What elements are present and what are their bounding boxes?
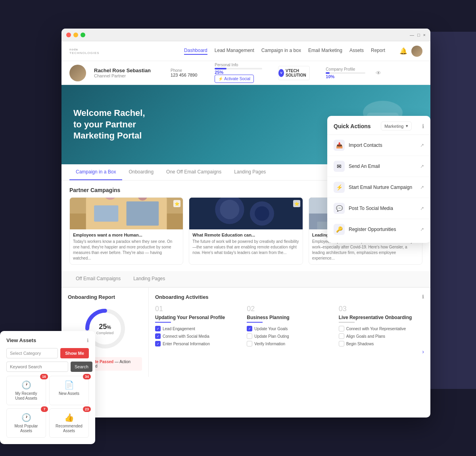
activity-col-1: 01 Updating Your Personal Profile ✓ Lead… bbox=[155, 305, 240, 355]
nav-link-email-marketing[interactable]: Email Marketing bbox=[308, 48, 342, 55]
check-icon-1-2: ✓ bbox=[155, 333, 161, 339]
qa-item-text-2: Send An Email bbox=[349, 164, 380, 169]
qa-item-text-1: Import Contacts bbox=[349, 142, 382, 148]
search-button[interactable]: Search bbox=[71, 362, 92, 372]
va-title: View Assets bbox=[6, 337, 36, 343]
qa-item-left-2: ✉ Send An Email bbox=[334, 161, 380, 172]
qa-item-send-email[interactable]: ✉ Send An Email ↗ bbox=[327, 156, 430, 177]
personal-info-stat: Personal Info 25% ⚡ Activate Social bbox=[215, 63, 262, 83]
desktop-background: — □ × noda TECHNOLOGIES Dashboard Lead M… bbox=[0, 0, 476, 456]
tab-onboarding[interactable]: Onboarding bbox=[122, 164, 160, 180]
new-icon: 📄 bbox=[54, 380, 84, 390]
keyword-search-input[interactable] bbox=[6, 362, 68, 372]
activities-grid: 01 Updating Your Personal Profile ✓ Lead… bbox=[155, 305, 424, 355]
window-minimize-icon[interactable]: — bbox=[410, 33, 414, 37]
activities-title: Onboarding Activities ℹ bbox=[155, 294, 424, 300]
nav-link-dashboard[interactable]: Dashboard bbox=[184, 48, 207, 55]
activity-bar-2 bbox=[247, 322, 263, 323]
activity-title-2: Business Planning bbox=[247, 315, 332, 320]
tab-campaign-in-a-box[interactable]: Campaign in a Box bbox=[69, 164, 122, 180]
qa-item-import-contacts[interactable]: 📥 Import Contacts ↗ bbox=[327, 135, 430, 156]
qa-header: Quick Actions Marketing ▾ ℹ bbox=[327, 116, 430, 135]
recommended-title: Recommended Assets bbox=[54, 424, 84, 433]
campaign-card-2[interactable]: ⭐ What Remote Education can... The futur… bbox=[189, 197, 303, 265]
qa-item-text-5: Register Opportunities bbox=[349, 227, 396, 232]
activity-col-2: 02 Business Planning ✓ Update Your Goals… bbox=[247, 305, 332, 355]
show-me-button[interactable]: Show Me bbox=[60, 348, 89, 358]
nav-link-report[interactable]: Report bbox=[371, 48, 385, 55]
qa-item-register-opportunities[interactable]: 🔑 Register Opportunities ↗ bbox=[327, 219, 430, 240]
onboarding-report-title: Onboarding Report bbox=[68, 294, 142, 300]
external-link-icon-1: ↗ bbox=[420, 142, 424, 148]
va-card-popular[interactable]: 7 🕐 Most Popular Assets bbox=[6, 408, 46, 438]
maximize-button[interactable] bbox=[81, 33, 85, 37]
chevron-down-icon: ▾ bbox=[406, 123, 408, 129]
activity-num-1: 01 bbox=[155, 305, 240, 313]
tab-off-email[interactable]: Off Email Campaigns bbox=[69, 271, 127, 287]
check-empty-3-2 bbox=[339, 333, 344, 339]
title-bar: — □ × bbox=[61, 29, 430, 41]
va-card-new[interactable]: 34 📄 New Assets bbox=[49, 376, 89, 405]
activity-title-1: Updating Your Personal Profile bbox=[155, 315, 240, 320]
activity-item-2-2: Update Plan Outing bbox=[247, 333, 332, 339]
new-title: New Assets bbox=[54, 391, 84, 396]
activity-col-3: 03 Live Representative Onboarding Connec… bbox=[339, 305, 424, 355]
check-icon-1-1: ✓ bbox=[155, 326, 161, 331]
profile-name: Rachel Rose Sebastian bbox=[94, 67, 151, 73]
campaign-card-1[interactable]: ⭐ Employees want a more Human... Today's… bbox=[69, 197, 183, 265]
popular-icon: 🕐 bbox=[11, 413, 42, 422]
nav-link-lead-management[interactable]: Lead Management bbox=[215, 48, 254, 55]
company-profile-stat: Company Profile 10% bbox=[326, 67, 365, 79]
eye-icon[interactable]: 👁 bbox=[376, 70, 381, 76]
va-search-row: Search bbox=[6, 362, 89, 372]
activity-bar-1 bbox=[155, 322, 171, 323]
donut-center: 25% Completed bbox=[96, 323, 114, 335]
register-opp-icon: 🔑 bbox=[334, 224, 345, 235]
activity-item-3-2: Align Goals and Plans bbox=[339, 333, 424, 339]
external-link-icon-4: ↗ bbox=[420, 206, 424, 211]
va-header: View Assets ℹ bbox=[6, 337, 89, 343]
qa-item-nurture-campaign[interactable]: ⚡ Start Email Nurture Campaign ↗ bbox=[327, 177, 430, 198]
qa-item-social-media[interactable]: 💬 Post To Social Media ↗ bbox=[327, 198, 430, 219]
va-info-icon[interactable]: ℹ bbox=[87, 338, 89, 343]
card-desc-2: The future of work will be powered by cr… bbox=[192, 239, 299, 256]
nav-links: Dashboard Lead Management Campaign in a … bbox=[111, 48, 385, 55]
nurture-campaign-icon: ⚡ bbox=[334, 182, 345, 193]
va-card-recent[interactable]: 16 🕐 My Recently Used Assets bbox=[6, 376, 46, 405]
window-resize-icon[interactable]: □ bbox=[417, 33, 420, 37]
tab-landing[interactable]: Landing Pages bbox=[127, 271, 171, 287]
category-select[interactable]: Select Category bbox=[6, 348, 58, 358]
activity-num-3: 03 bbox=[339, 305, 424, 313]
tab-landing-pages[interactable]: Landing Pages bbox=[228, 164, 272, 180]
card-desc-1: Today's workers know a paradox when they… bbox=[73, 239, 180, 261]
profile-info: Rachel Rose Sebastian Channel Partner bbox=[94, 67, 151, 78]
check-empty-2-2 bbox=[247, 333, 252, 339]
user-avatar[interactable] bbox=[411, 46, 422, 57]
personal-info-bar-fill bbox=[215, 68, 226, 69]
activity-item-1-2: ✓ Connect with Social Media bbox=[155, 333, 240, 339]
minimize-button[interactable] bbox=[73, 33, 78, 37]
activities-info-icon[interactable]: ℹ bbox=[422, 294, 424, 300]
qa-info-icon[interactable]: ℹ bbox=[422, 123, 424, 129]
nav-link-campaign[interactable]: Campaign in a box bbox=[261, 48, 301, 55]
window-close-icon[interactable]: × bbox=[423, 33, 426, 37]
qa-dropdown[interactable]: Marketing ▾ bbox=[381, 121, 412, 131]
check-empty-3-1 bbox=[339, 326, 344, 331]
quick-actions-panel: Quick Actions Marketing ▾ ℹ 📥 Import Con… bbox=[327, 116, 430, 243]
nav-link-assets[interactable]: Assets bbox=[349, 48, 364, 55]
tab-one-off-email[interactable]: One Off Email Campaigns bbox=[160, 164, 228, 180]
social-media-icon: 💬 bbox=[334, 203, 345, 214]
recommended-badge: 23 bbox=[83, 406, 91, 412]
bookmark-icon-2[interactable]: ⭐ bbox=[293, 200, 300, 207]
bookmark-icon-1[interactable]: ⭐ bbox=[173, 200, 180, 207]
activate-social-button[interactable]: ⚡ Activate Social bbox=[215, 75, 254, 83]
recent-badge: 16 bbox=[40, 374, 48, 379]
va-card-recommended[interactable]: 23 👍 Recommended Assets bbox=[49, 408, 89, 438]
activity-item-2-1: ✓ Update Your Goals bbox=[247, 326, 332, 331]
recent-title: My Recently Used Assets bbox=[11, 391, 42, 401]
close-button[interactable] bbox=[66, 33, 71, 37]
qa-item-text-3: Start Email Nurture Campaign bbox=[349, 185, 412, 190]
card-body-1: Employees want a more Human... Today's w… bbox=[70, 229, 183, 264]
svg-rect-6 bbox=[94, 206, 118, 222]
notification-icon[interactable]: 🔔 bbox=[399, 47, 407, 55]
